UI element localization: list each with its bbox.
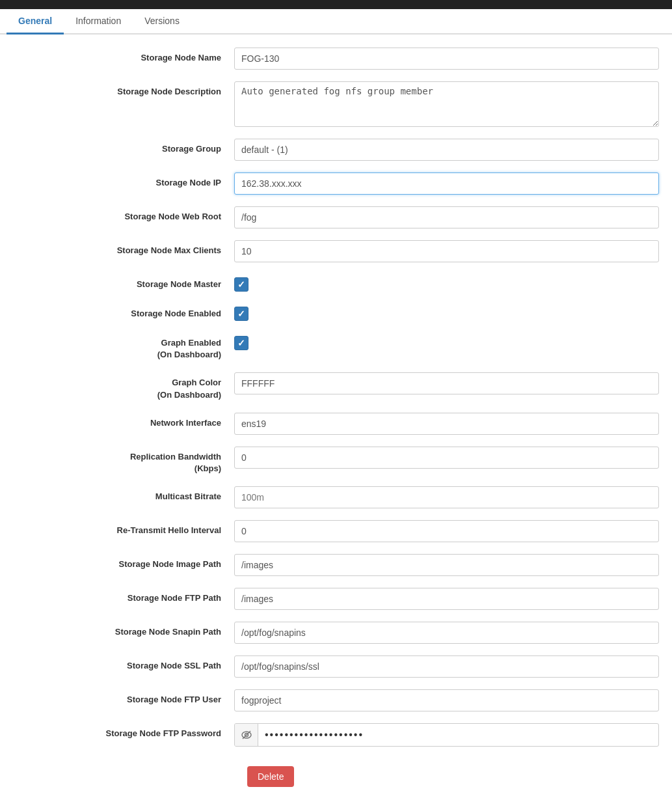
label-storage-node-enabled: Storage Node Enabled — [13, 303, 234, 320]
label-storage-node-master: Storage Node Master — [13, 274, 234, 290]
label-storage-node-name: Storage Node Name — [13, 48, 234, 64]
row-storage-group: Storage Group — [0, 139, 672, 161]
input-storage-node-description[interactable]: Auto generated fog nfs group member — [234, 81, 659, 127]
label-storage-node-ftp-password: Storage Node FTP Password — [13, 723, 234, 739]
row-storage-node-master: Storage Node Master ✓ — [0, 274, 672, 292]
row-graph-enabled: Graph Enabled (On Dashboard) ✓ — [0, 333, 672, 361]
label-storage-node-ftp-user: Storage Node FTP User — [13, 689, 234, 706]
checkbox-storage-node-master[interactable]: ✓ — [234, 277, 249, 292]
tab-general[interactable]: General — [7, 9, 64, 34]
row-storage-node-image-path: Storage Node Image Path — [0, 554, 672, 576]
label-storage-node-max-clients: Storage Node Max Clients — [13, 240, 234, 256]
label-storage-group: Storage Group — [13, 139, 234, 155]
label-multicast-bitrate: Multicast Bitrate — [13, 486, 234, 503]
row-graph-color: Graph Color (On Dashboard) — [0, 372, 672, 400]
row-storage-node-enabled: Storage Node Enabled ✓ — [0, 303, 672, 321]
input-replication-bandwidth[interactable] — [234, 447, 659, 469]
input-storage-node-ssl-path[interactable] — [234, 655, 659, 678]
form-container: Storage Node Name Storage Node Descripti… — [0, 34, 672, 800]
checkbox-wrapper-graph-enabled: ✓ — [234, 333, 249, 350]
checkbox-storage-node-enabled[interactable]: ✓ — [234, 307, 249, 321]
input-storage-node-max-clients[interactable] — [234, 240, 659, 262]
top-bar — [0, 0, 672, 9]
tab-versions[interactable]: Versions — [133, 9, 191, 34]
label-storage-node-image-path: Storage Node Image Path — [13, 554, 234, 570]
label-storage-node-web-root: Storage Node Web Root — [13, 206, 234, 223]
checkmark-enabled: ✓ — [237, 309, 245, 319]
row-network-interface: Network Interface — [0, 413, 672, 435]
tab-information[interactable]: Information — [64, 9, 133, 34]
eye-icon — [241, 730, 252, 740]
row-multicast-bitrate: Multicast Bitrate — [0, 486, 672, 508]
password-toggle-button[interactable] — [235, 724, 258, 746]
row-storage-node-description: Storage Node Description Auto generated … — [0, 81, 672, 127]
row-delete-button: Delete — [0, 760, 672, 787]
row-storage-node-ftp-user: Storage Node FTP User — [0, 689, 672, 711]
label-storage-node-snapin-path: Storage Node Snapin Path — [13, 622, 234, 638]
input-storage-node-web-root[interactable] — [234, 206, 659, 228]
label-storage-node-ssl-path: Storage Node SSL Path — [13, 655, 234, 672]
label-retransmit-hello: Re-Transmit Hello Interval — [13, 520, 234, 536]
row-storage-node-ssl-path: Storage Node SSL Path — [0, 655, 672, 678]
checkmark-master: ✓ — [237, 279, 245, 290]
checkbox-wrapper-enabled: ✓ — [234, 303, 249, 321]
password-dots: •••••••••••••••••••• — [258, 725, 658, 745]
row-storage-node-web-root: Storage Node Web Root — [0, 206, 672, 228]
row-replication-bandwidth: Replication Bandwidth (Kbps) — [0, 447, 672, 475]
input-storage-group[interactable] — [234, 139, 659, 161]
row-storage-node-ftp-path: Storage Node FTP Path — [0, 588, 672, 610]
tabs-bar: General Information Versions — [0, 9, 672, 34]
checkbox-graph-enabled[interactable]: ✓ — [234, 336, 249, 350]
row-retransmit-hello: Re-Transmit Hello Interval — [0, 520, 672, 542]
row-storage-node-ftp-password: Storage Node FTP Password ••••••••••••••… — [0, 723, 672, 747]
input-storage-node-name[interactable] — [234, 48, 659, 70]
row-storage-node-name: Storage Node Name — [0, 48, 672, 70]
input-multicast-bitrate[interactable] — [234, 486, 659, 508]
label-graph-enabled: Graph Enabled (On Dashboard) — [13, 333, 234, 361]
label-network-interface: Network Interface — [13, 413, 234, 429]
checkmark-graph-enabled: ✓ — [237, 338, 245, 348]
row-storage-node-max-clients: Storage Node Max Clients — [0, 240, 672, 262]
input-retransmit-hello[interactable] — [234, 520, 659, 542]
label-graph-color: Graph Color (On Dashboard) — [13, 372, 234, 400]
input-storage-node-ip[interactable] — [234, 172, 659, 195]
delete-button[interactable]: Delete — [247, 766, 294, 787]
input-network-interface[interactable] — [234, 413, 659, 435]
label-storage-node-ip: Storage Node IP — [13, 172, 234, 189]
password-field-wrapper: •••••••••••••••••••• — [234, 723, 659, 747]
input-storage-node-ftp-user[interactable] — [234, 689, 659, 711]
row-storage-node-snapin-path: Storage Node Snapin Path — [0, 622, 672, 644]
row-storage-node-ip: Storage Node IP — [0, 172, 672, 195]
label-replication-bandwidth: Replication Bandwidth (Kbps) — [13, 447, 234, 475]
checkbox-wrapper-master: ✓ — [234, 274, 249, 292]
label-storage-node-ftp-path: Storage Node FTP Path — [13, 588, 234, 604]
input-storage-node-image-path[interactable] — [234, 554, 659, 576]
label-storage-node-description: Storage Node Description — [13, 81, 234, 98]
input-graph-color[interactable] — [234, 372, 659, 394]
input-storage-node-snapin-path[interactable] — [234, 622, 659, 644]
input-storage-node-ftp-path[interactable] — [234, 588, 659, 610]
